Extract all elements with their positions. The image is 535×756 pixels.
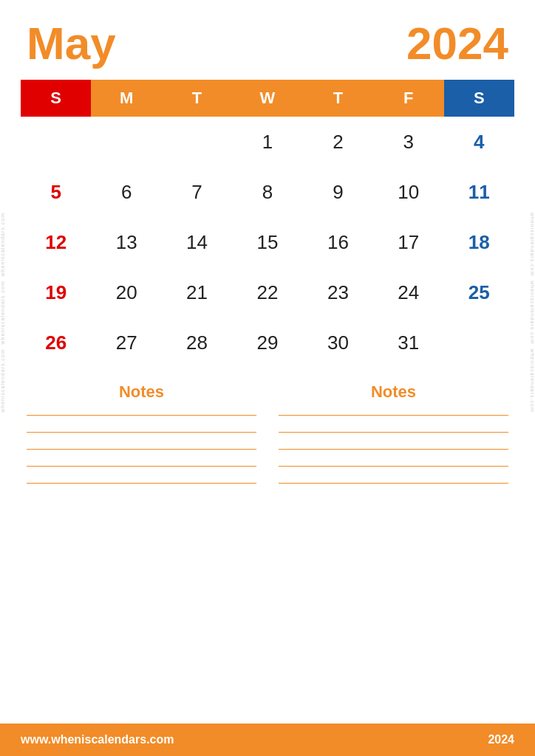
notes-section: Notes Notes: [0, 368, 535, 724]
year-title: 2024: [406, 21, 508, 66]
header-wednesday: W: [232, 80, 302, 117]
calendar-day-cell: 23: [303, 267, 373, 317]
calendar-day-cell: 26: [21, 317, 91, 368]
notes-line: [279, 449, 508, 450]
header-saturday: S: [444, 80, 514, 117]
calendar-day-cell: 16: [303, 217, 373, 267]
notes-left: Notes: [27, 382, 256, 712]
calendar-day-cell: 25: [444, 267, 514, 317]
calendar-day-cell: 27: [91, 317, 161, 368]
notes-line: [27, 449, 256, 450]
notes-line: [279, 432, 508, 433]
calendar-wrapper: wheniscalendars.com wheniscalendars.com …: [0, 80, 535, 368]
footer: www.wheniscalendars.com 2024: [0, 724, 535, 756]
notes-line: [279, 415, 508, 416]
header: May 2024: [0, 0, 535, 80]
calendar-day-cell: 2: [303, 117, 373, 167]
calendar-week-row: 12131415161718: [21, 217, 514, 267]
calendar-day-cell: 14: [162, 217, 232, 267]
calendar-week-row: 262728293031: [21, 317, 514, 368]
notes-line: [279, 466, 508, 467]
calendar-day-cell: 24: [373, 267, 443, 317]
calendar-day-cell: 31: [373, 317, 443, 368]
calendar-day-cell: 15: [232, 217, 302, 267]
footer-url: www.wheniscalendars.com: [21, 733, 174, 746]
days-header-row: S M T W T F S: [21, 80, 514, 117]
notes-line: [27, 466, 256, 467]
calendar-day-cell: 4: [444, 117, 514, 167]
calendar-week-row: 1234: [21, 117, 514, 167]
calendar-day-cell: 22: [232, 267, 302, 317]
calendar-day-cell: 17: [373, 217, 443, 267]
calendar-day-cell: 6: [91, 167, 161, 217]
calendar-table: S M T W T F S 12345678910111213141516171…: [21, 80, 514, 368]
month-title: May: [27, 21, 116, 66]
side-text-left: wheniscalendars.com wheniscalendars.com …: [0, 213, 15, 413]
header-monday: M: [91, 80, 161, 117]
calendar-day-cell: 20: [91, 267, 161, 317]
footer-year: 2024: [488, 733, 514, 746]
calendar-day-cell: 13: [91, 217, 161, 267]
notes-line: [279, 483, 508, 484]
calendar-day-cell: 1: [232, 117, 302, 167]
calendar-day-cell: 8: [232, 167, 302, 217]
header-sunday: S: [21, 80, 91, 117]
calendar-day-cell: 18: [444, 217, 514, 267]
calendar-week-row: 19202122232425: [21, 267, 514, 317]
notes-line: [27, 432, 256, 433]
calendar-day-cell: [91, 117, 161, 167]
calendar-day-cell: 3: [373, 117, 443, 167]
notes-right-title: Notes: [279, 382, 508, 402]
notes-left-title: Notes: [27, 382, 256, 402]
calendar-day-cell: 9: [303, 167, 373, 217]
calendar-day-cell: [162, 117, 232, 167]
calendar-day-cell: 30: [303, 317, 373, 368]
calendar-day-cell: [21, 117, 91, 167]
calendar-day-cell: 12: [21, 217, 91, 267]
notes-right-lines: [279, 415, 508, 484]
calendar-page: May 2024 wheniscalendars.com wheniscalen…: [0, 0, 535, 756]
calendar-day-cell: 10: [373, 167, 443, 217]
calendar-day-cell: 5: [21, 167, 91, 217]
calendar-day-cell: 28: [162, 317, 232, 368]
calendar-day-cell: 7: [162, 167, 232, 217]
side-text-right: wheniscalendars.com wheniscalendars.com …: [520, 213, 535, 413]
header-friday: F: [373, 80, 443, 117]
calendar-day-cell: 11: [444, 167, 514, 217]
calendar-day-cell: 19: [21, 267, 91, 317]
header-tuesday: T: [162, 80, 232, 117]
notes-right: Notes: [279, 382, 508, 712]
calendar-day-cell: 21: [162, 267, 232, 317]
header-thursday: T: [303, 80, 373, 117]
calendar-day-cell: [444, 317, 514, 368]
calendar-day-cell: 29: [232, 317, 302, 368]
notes-line: [27, 415, 256, 416]
calendar-week-row: 567891011: [21, 167, 514, 217]
notes-line: [27, 483, 256, 484]
notes-left-lines: [27, 415, 256, 484]
